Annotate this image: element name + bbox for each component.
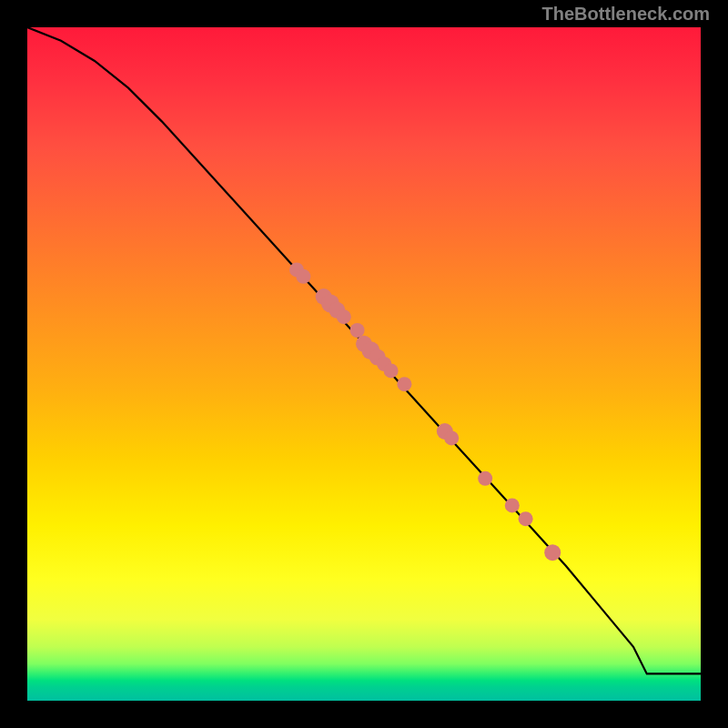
chart-marker [505,498,520,512]
chart-marker [384,363,399,378]
chart-marker [478,471,492,486]
chart-marker [350,323,365,338]
chart-marker [519,511,533,526]
chart-marker [397,377,411,391]
chart-marker [296,269,310,284]
chart-svg [27,27,701,701]
chart-marker [444,430,459,445]
chart-marker [337,309,351,324]
chart-plot-area [27,27,701,701]
chart-marker [544,544,561,561]
watermark-text: TheBottleneck.com [542,4,710,25]
